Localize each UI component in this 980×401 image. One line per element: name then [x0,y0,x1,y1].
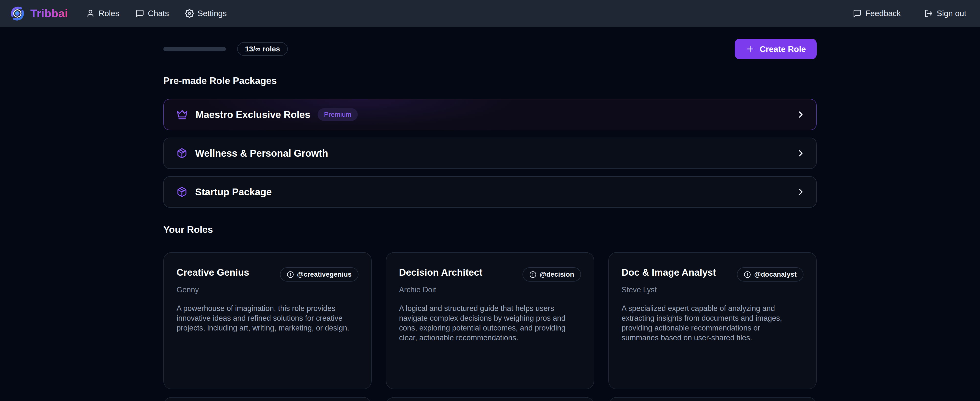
package-list: Maestro Exclusive Roles Premium Wellness… [163,99,817,208]
gear-icon [185,9,194,18]
premium-badge: Premium [318,108,358,121]
role-card-partial[interactable] [386,397,594,401]
role-handle: @docanalyst [754,270,797,278]
roles-toolbar: 13/∞ roles Create Role [163,39,817,59]
tribbai-logo-icon [10,6,25,21]
package-row-maestro[interactable]: Maestro Exclusive Roles Premium [163,99,817,130]
role-card-doc-image-analyst[interactable]: Doc & Image Analyst @docanalyst Steve Ly… [608,252,817,389]
role-subtitle: Archie Doit [399,286,581,294]
info-icon [744,271,751,278]
role-handle-badge[interactable]: @docanalyst [737,267,803,281]
role-card-decision-architect[interactable]: Decision Architect @decision Archie Doit… [386,252,594,389]
feedback-button[interactable]: Feedback [853,9,901,18]
nav-item-label: Settings [197,9,227,18]
sign-out-icon [924,9,933,18]
user-icon [86,9,95,18]
chevron-right-icon [795,187,806,197]
role-card-creative-genius[interactable]: Creative Genius @creativegenius Genny A … [163,252,372,389]
role-subtitle: Steve Lyst [622,286,803,294]
role-handle: @decision [539,270,574,278]
your-roles-section-title: Your Roles [163,224,817,235]
chevron-right-icon [795,148,806,158]
plus-icon [746,44,755,54]
role-subtitle: Genny [177,286,358,294]
roles-progress-bar [163,47,226,51]
nav-item-chats[interactable]: Chats [135,9,169,18]
nav-item-roles[interactable]: Roles [86,9,119,18]
package-name: Maestro Exclusive Roles [196,109,310,120]
nav-links: Roles Chats Settings [86,9,227,18]
package-icon [177,187,187,197]
nav-item-label: Roles [99,9,119,18]
brand-name: Tribbai [30,7,68,20]
role-title: Doc & Image Analyst [622,267,716,278]
role-description: A logical and structured guide that help… [399,304,575,343]
card-head: Creative Genius @creativegenius [177,267,358,281]
card-head: Decision Architect @decision [399,267,581,281]
role-card-partial[interactable] [608,397,817,401]
role-title: Creative Genius [177,267,249,278]
feedback-label: Feedback [865,9,901,18]
feedback-chat-icon [853,9,862,18]
info-icon [529,271,536,278]
sign-out-label: Sign out [937,9,966,18]
role-card-partial[interactable] [163,397,372,401]
nav-item-label: Chats [148,9,169,18]
nav-right: Feedback Sign out [853,9,966,18]
card-head: Doc & Image Analyst @docanalyst [622,267,803,281]
nav-item-settings[interactable]: Settings [185,9,227,18]
roles-count-badge: 13/∞ roles [237,42,288,56]
role-handle: @creativegenius [297,270,352,278]
packages-section-title: Pre-made Role Packages [163,75,817,86]
info-icon [287,271,294,278]
create-role-label: Create Role [760,44,806,54]
role-description: A specialized expert capable of analyzin… [622,304,798,343]
package-name: Startup Package [195,187,272,198]
role-cards-grid: Creative Genius @creativegenius Genny A … [163,252,817,389]
brand[interactable]: Tribbai [10,6,68,21]
create-role-button[interactable]: Create Role [735,39,817,59]
role-title: Decision Architect [399,267,482,278]
package-row-startup[interactable]: Startup Package [163,176,817,208]
role-handle-badge[interactable]: @decision [522,267,581,281]
sign-out-button[interactable]: Sign out [924,9,966,18]
package-name: Wellness & Personal Growth [195,148,328,159]
roles-count-label: 13/∞ roles [245,45,280,53]
package-row-wellness[interactable]: Wellness & Personal Growth [163,137,817,169]
crown-icon [177,109,188,120]
main-content: 13/∞ roles Create Role Pre-made Role Pac… [163,39,817,401]
package-icon [177,148,187,159]
top-nav: Tribbai Roles Chats Settings Fe [0,0,980,27]
role-cards-grid-next-row [163,397,817,401]
chevron-right-icon [795,109,806,120]
chat-bubble-icon [135,9,144,18]
role-handle-badge[interactable]: @creativegenius [280,267,358,281]
role-description: A powerhouse of imagination, this role p… [177,304,353,333]
